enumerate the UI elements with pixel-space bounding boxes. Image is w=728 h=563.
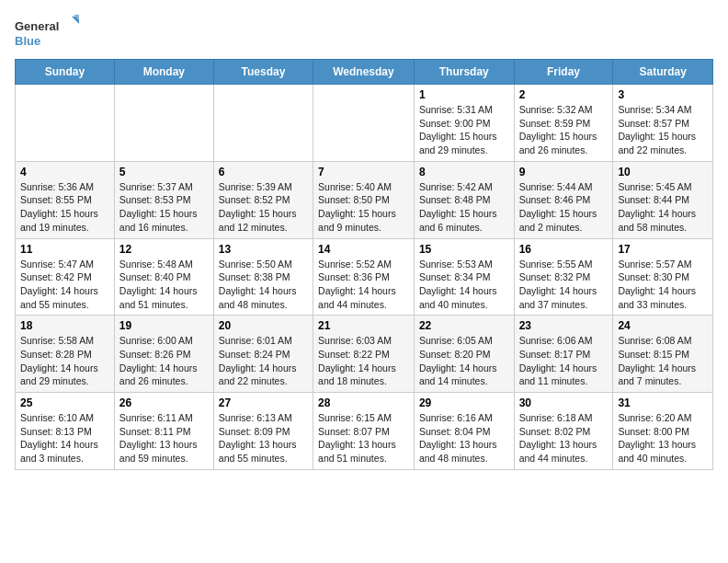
day-number: 7 bbox=[318, 166, 409, 178]
day-info: Sunrise: 5:40 AMSunset: 8:50 PMDaylight:… bbox=[318, 180, 409, 235]
calendar-cell: 18Sunrise: 5:58 AMSunset: 8:28 PMDayligh… bbox=[16, 316, 115, 393]
day-number: 20 bbox=[219, 319, 308, 332]
day-of-week-header: Tuesday bbox=[213, 60, 313, 85]
calendar-cell bbox=[114, 85, 213, 162]
calendar-cell: 4Sunrise: 5:36 AMSunset: 8:55 PMDaylight… bbox=[16, 161, 115, 238]
day-info: Sunrise: 5:48 AMSunset: 8:40 PMDaylight:… bbox=[119, 258, 209, 312]
calendar-cell: 10Sunrise: 5:45 AMSunset: 8:44 PMDayligh… bbox=[613, 161, 713, 238]
day-info: Sunrise: 6:13 AMSunset: 8:09 PMDaylight:… bbox=[219, 411, 308, 465]
day-info: Sunrise: 5:42 AMSunset: 8:48 PMDaylight:… bbox=[419, 180, 509, 235]
day-number: 27 bbox=[219, 396, 308, 409]
calendar-header-row: SundayMondayTuesdayWednesdayThursdayFrid… bbox=[16, 60, 713, 85]
day-info: Sunrise: 5:57 AMSunset: 8:30 PMDaylight:… bbox=[618, 258, 708, 312]
day-info: Sunrise: 6:05 AMSunset: 8:20 PMDaylight:… bbox=[419, 334, 509, 388]
day-number: 1 bbox=[419, 88, 509, 101]
day-of-week-header: Monday bbox=[114, 60, 213, 85]
day-info: Sunrise: 5:34 AMSunset: 8:57 PMDaylight:… bbox=[618, 103, 708, 157]
calendar-cell: 3Sunrise: 5:34 AMSunset: 8:57 PMDaylight… bbox=[613, 85, 713, 162]
day-info: Sunrise: 5:53 AMSunset: 8:34 PMDaylight:… bbox=[419, 258, 509, 312]
day-number: 15 bbox=[419, 243, 509, 256]
calendar-cell: 25Sunrise: 6:10 AMSunset: 8:13 PMDayligh… bbox=[16, 393, 115, 470]
day-of-week-header: Thursday bbox=[414, 60, 514, 85]
day-number: 14 bbox=[318, 243, 409, 256]
day-info: Sunrise: 5:39 AMSunset: 8:52 PMDaylight:… bbox=[219, 180, 308, 235]
day-number: 28 bbox=[318, 396, 409, 409]
calendar-cell: 8Sunrise: 5:42 AMSunset: 8:48 PMDaylight… bbox=[414, 161, 514, 238]
calendar-week-row: 18Sunrise: 5:58 AMSunset: 8:28 PMDayligh… bbox=[16, 316, 713, 393]
page-header: General Blue bbox=[15, 15, 713, 52]
calendar-cell: 13Sunrise: 5:50 AMSunset: 8:38 PMDayligh… bbox=[213, 238, 313, 316]
logo: General Blue bbox=[15, 15, 79, 52]
day-info: Sunrise: 6:15 AMSunset: 8:07 PMDaylight:… bbox=[318, 411, 409, 465]
day-info: Sunrise: 5:55 AMSunset: 8:32 PMDaylight:… bbox=[519, 258, 609, 312]
day-info: Sunrise: 5:52 AMSunset: 8:36 PMDaylight:… bbox=[318, 258, 409, 312]
calendar-cell: 7Sunrise: 5:40 AMSunset: 8:50 PMDaylight… bbox=[313, 161, 415, 238]
day-number: 6 bbox=[219, 166, 308, 178]
day-number: 29 bbox=[419, 396, 509, 409]
day-number: 19 bbox=[119, 319, 209, 332]
day-of-week-header: Saturday bbox=[613, 60, 713, 85]
calendar-cell: 31Sunrise: 6:20 AMSunset: 8:00 PMDayligh… bbox=[613, 393, 713, 470]
day-info: Sunrise: 5:31 AMSunset: 9:00 PMDaylight:… bbox=[419, 103, 509, 157]
calendar-week-row: 4Sunrise: 5:36 AMSunset: 8:55 PMDaylight… bbox=[16, 161, 713, 238]
day-number: 23 bbox=[519, 319, 609, 332]
day-info: Sunrise: 6:16 AMSunset: 8:04 PMDaylight:… bbox=[419, 411, 509, 465]
day-info: Sunrise: 5:58 AMSunset: 8:28 PMDaylight:… bbox=[20, 334, 109, 388]
calendar-cell: 1Sunrise: 5:31 AMSunset: 9:00 PMDaylight… bbox=[414, 85, 514, 162]
day-info: Sunrise: 5:45 AMSunset: 8:44 PMDaylight:… bbox=[618, 180, 708, 235]
day-number: 8 bbox=[419, 166, 509, 178]
day-number: 12 bbox=[119, 243, 209, 256]
day-number: 18 bbox=[20, 319, 109, 332]
day-number: 10 bbox=[618, 166, 708, 178]
day-number: 31 bbox=[618, 396, 708, 409]
day-of-week-header: Friday bbox=[514, 60, 613, 85]
calendar-cell: 17Sunrise: 5:57 AMSunset: 8:30 PMDayligh… bbox=[613, 238, 713, 316]
calendar-cell bbox=[16, 85, 115, 162]
day-info: Sunrise: 6:20 AMSunset: 8:00 PMDaylight:… bbox=[618, 411, 708, 465]
day-number: 11 bbox=[20, 243, 109, 256]
day-info: Sunrise: 6:08 AMSunset: 8:15 PMDaylight:… bbox=[618, 334, 708, 388]
svg-text:Blue: Blue bbox=[15, 34, 40, 48]
calendar-week-row: 11Sunrise: 5:47 AMSunset: 8:42 PMDayligh… bbox=[16, 238, 713, 316]
calendar-cell: 20Sunrise: 6:01 AMSunset: 8:24 PMDayligh… bbox=[213, 316, 313, 393]
day-number: 22 bbox=[419, 319, 509, 332]
day-number: 16 bbox=[519, 243, 609, 256]
day-number: 21 bbox=[318, 319, 409, 332]
calendar-cell: 23Sunrise: 6:06 AMSunset: 8:17 PMDayligh… bbox=[514, 316, 613, 393]
calendar-table: SundayMondayTuesdayWednesdayThursdayFrid… bbox=[15, 59, 713, 470]
calendar-cell: 22Sunrise: 6:05 AMSunset: 8:20 PMDayligh… bbox=[414, 316, 514, 393]
calendar-cell bbox=[313, 85, 415, 162]
calendar-cell: 24Sunrise: 6:08 AMSunset: 8:15 PMDayligh… bbox=[613, 316, 713, 393]
day-info: Sunrise: 5:32 AMSunset: 8:59 PMDaylight:… bbox=[519, 103, 609, 157]
day-number: 3 bbox=[618, 88, 708, 101]
day-number: 26 bbox=[119, 396, 209, 409]
day-info: Sunrise: 5:37 AMSunset: 8:53 PMDaylight:… bbox=[119, 180, 209, 235]
calendar-week-row: 1Sunrise: 5:31 AMSunset: 9:00 PMDaylight… bbox=[16, 85, 713, 162]
day-info: Sunrise: 6:00 AMSunset: 8:26 PMDaylight:… bbox=[119, 334, 209, 388]
day-info: Sunrise: 6:11 AMSunset: 8:11 PMDaylight:… bbox=[119, 411, 209, 465]
day-number: 25 bbox=[20, 396, 109, 409]
day-number: 5 bbox=[119, 166, 209, 178]
logo-svg: General Blue bbox=[15, 15, 79, 52]
calendar-cell: 12Sunrise: 5:48 AMSunset: 8:40 PMDayligh… bbox=[114, 238, 213, 316]
calendar-week-row: 25Sunrise: 6:10 AMSunset: 8:13 PMDayligh… bbox=[16, 393, 713, 470]
svg-text:General: General bbox=[15, 19, 59, 33]
day-info: Sunrise: 6:18 AMSunset: 8:02 PMDaylight:… bbox=[519, 411, 609, 465]
calendar-cell: 29Sunrise: 6:16 AMSunset: 8:04 PMDayligh… bbox=[414, 393, 514, 470]
day-info: Sunrise: 5:44 AMSunset: 8:46 PMDaylight:… bbox=[519, 180, 609, 235]
day-info: Sunrise: 6:10 AMSunset: 8:13 PMDaylight:… bbox=[20, 411, 109, 465]
calendar-cell: 15Sunrise: 5:53 AMSunset: 8:34 PMDayligh… bbox=[414, 238, 514, 316]
calendar-cell bbox=[213, 85, 313, 162]
calendar-cell: 9Sunrise: 5:44 AMSunset: 8:46 PMDaylight… bbox=[514, 161, 613, 238]
calendar-cell: 2Sunrise: 5:32 AMSunset: 8:59 PMDaylight… bbox=[514, 85, 613, 162]
day-info: Sunrise: 5:36 AMSunset: 8:55 PMDaylight:… bbox=[20, 180, 109, 235]
calendar-cell: 6Sunrise: 5:39 AMSunset: 8:52 PMDaylight… bbox=[213, 161, 313, 238]
calendar-cell: 28Sunrise: 6:15 AMSunset: 8:07 PMDayligh… bbox=[313, 393, 415, 470]
calendar-cell: 19Sunrise: 6:00 AMSunset: 8:26 PMDayligh… bbox=[114, 316, 213, 393]
day-of-week-header: Wednesday bbox=[313, 60, 415, 85]
day-info: Sunrise: 6:03 AMSunset: 8:22 PMDaylight:… bbox=[318, 334, 409, 388]
day-number: 9 bbox=[519, 166, 609, 178]
calendar-cell: 27Sunrise: 6:13 AMSunset: 8:09 PMDayligh… bbox=[213, 393, 313, 470]
day-number: 2 bbox=[519, 88, 609, 101]
day-info: Sunrise: 5:47 AMSunset: 8:42 PMDaylight:… bbox=[20, 258, 109, 312]
